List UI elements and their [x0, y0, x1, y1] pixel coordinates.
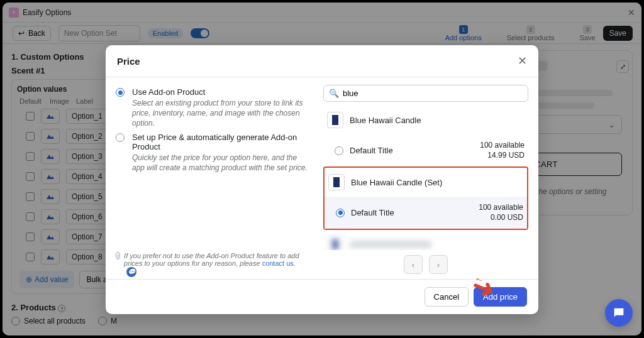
setup-price-radio[interactable]: Set up Price & automatically generate Ad… [116, 133, 309, 173]
product-name: Blue Hawaii Candle (Set) [351, 178, 442, 187]
use-addon-product-radio[interactable]: Use Add-on ProductSelect an existing pro… [116, 87, 309, 129]
product-row[interactable]: Blue Hawaii Candle [323, 106, 528, 134]
footnote-text: If you prefer not to use the Add-on Prod… [124, 252, 309, 277]
modal-close-button[interactable]: ✕ [518, 54, 527, 68]
variant-row[interactable]: Default Title 100 available14.99 USD [323, 134, 528, 166]
pager-prev-button[interactable]: ‹ [404, 255, 423, 274]
pager-next-button[interactable]: › [429, 255, 448, 274]
chat-fab-button[interactable] [605, 299, 633, 327]
radio-icon [336, 209, 345, 217]
product-name: Blue Hawaii Candle [350, 116, 421, 125]
product-search-input[interactable]: 🔍 [323, 85, 528, 102]
search-field[interactable] [343, 89, 523, 98]
product-row-blurred [323, 230, 528, 250]
cancel-button[interactable]: Cancel [425, 287, 469, 307]
radio-icon [116, 133, 125, 142]
radio-icon [335, 146, 343, 155]
variant-title: Default Title [351, 208, 394, 217]
chat-bubble-icon[interactable]: 💬 [126, 267, 136, 277]
search-icon: 🔍 [329, 89, 339, 98]
product-row[interactable]: Blue Hawaii Candle (Set) [325, 168, 527, 197]
price-modal: Price ✕ Use Add-on ProductSelect an exis… [106, 45, 538, 314]
variant-row-selected[interactable]: Default Title 100 available0.00 USD [325, 197, 527, 229]
product-thumbnail [327, 112, 343, 128]
contact-us-link[interactable]: contact us [262, 259, 294, 267]
modal-title: Price [117, 56, 140, 67]
variant-title: Default Title [350, 146, 393, 155]
radio-icon [116, 88, 125, 97]
product-thumbnail [328, 174, 345, 190]
info-icon: i [116, 252, 120, 259]
